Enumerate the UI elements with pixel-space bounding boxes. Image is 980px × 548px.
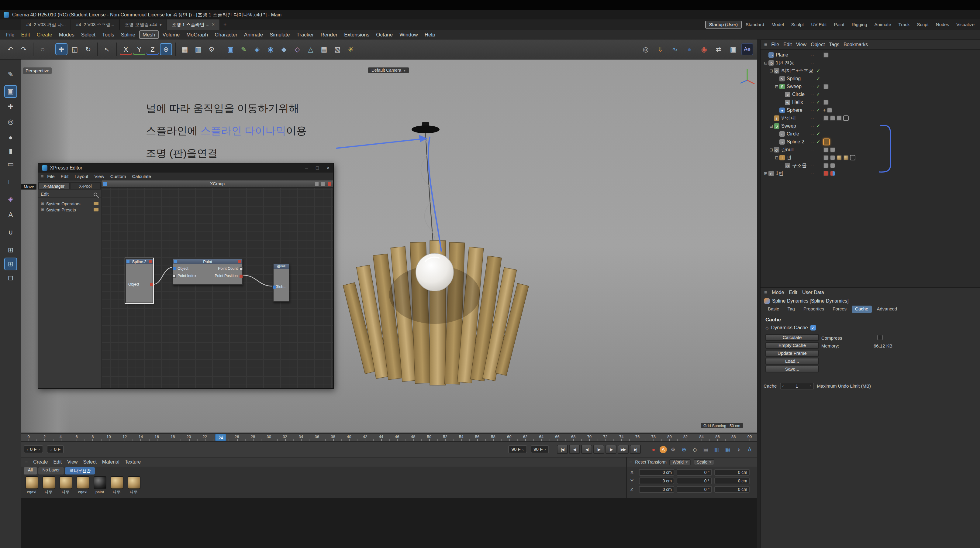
enabled-check[interactable]: ✓ — [816, 139, 821, 145]
plane-icon[interactable]: ▭ — [4, 158, 17, 171]
expand-icon[interactable]: ⊟ — [774, 155, 780, 160]
menu-spline[interactable]: Spline — [118, 31, 138, 38]
ring-select-icon[interactable]: ◎ — [4, 116, 17, 128]
layout-uv-edit[interactable]: UV Edit — [808, 21, 830, 28]
om-menu-edit[interactable]: Edit — [783, 42, 792, 48]
search-icon[interactable] — [94, 192, 97, 196]
visibility-dots[interactable]: ·· — [810, 61, 815, 65]
output-port-point-count[interactable] — [240, 267, 243, 270]
xpresso-tab-x-manager[interactable]: X-Manager — [38, 182, 70, 189]
rotation-field-y[interactable]: 0 ° — [677, 478, 712, 484]
workplane-icon[interactable]: ∟ — [4, 175, 17, 188]
current-frame-field[interactable]: ‹ 0 F › — [24, 445, 43, 453]
enabled-check[interactable]: ✓ — [816, 131, 821, 137]
display-mode-icon[interactable]: ▧ — [331, 43, 344, 55]
panel-menu-icon[interactable]: ≡ — [764, 289, 767, 295]
spline-pen-icon[interactable]: ✎ — [238, 43, 250, 55]
viewport-label[interactable]: Perspective — [23, 67, 52, 74]
visibility-dots[interactable]: ·· — [810, 148, 815, 152]
am-tab-basic[interactable]: Basic — [764, 306, 783, 313]
tag-gray-icon[interactable] — [829, 147, 835, 152]
position-field-x[interactable]: 0 cm — [639, 469, 674, 476]
deformer-icon[interactable]: ◇ — [291, 43, 303, 55]
layout-standard[interactable]: Standard — [743, 21, 767, 28]
layout-script[interactable]: Script — [914, 21, 932, 28]
menu-volume[interactable]: Volume — [159, 31, 183, 38]
prev-frame-button[interactable]: ◀ — [581, 445, 592, 454]
xpresso-menu-view[interactable]: View — [92, 173, 107, 179]
layer-item[interactable]: 벽나무선반 — [65, 467, 95, 475]
scale-icon[interactable]: ◱ — [69, 43, 81, 55]
last-tool-icon[interactable]: ↖ — [101, 43, 113, 55]
expand-icon[interactable]: ⊞ — [41, 207, 45, 212]
axis-y-button[interactable]: Y — [133, 43, 145, 55]
panel-menu-icon[interactable]: ≡ — [629, 459, 632, 465]
om-row-item[interactable]: i받침대·· — [760, 114, 980, 122]
xpresso-tree-system-presets[interactable]: ⊞System Presets — [38, 206, 101, 213]
bake-icon[interactable]: ⇩ — [654, 43, 666, 55]
panel-menu-icon[interactable]: ≡ — [41, 173, 43, 179]
expand-icon[interactable]: ⊞ — [41, 201, 45, 206]
goto-start-button[interactable]: |◀ — [557, 445, 568, 454]
live-selection-icon[interactable]: ◌ — [37, 43, 49, 55]
autokey-target-icon[interactable]: ⊕ — [679, 445, 689, 454]
record-icon[interactable]: ● — [649, 445, 659, 454]
layout-model[interactable]: Model — [768, 21, 787, 28]
visibility-dots[interactable]: ·· — [810, 156, 815, 160]
rotation-field-x[interactable]: 0 ° — [677, 469, 712, 476]
material-item[interactable]: 나무 — [58, 476, 73, 495]
keyframe-settings-icon[interactable]: ⚙ — [668, 445, 678, 454]
camera-icon[interactable]: ▤ — [318, 43, 330, 55]
visibility-dots[interactable]: ·· — [810, 69, 815, 73]
menu-character[interactable]: Character — [212, 31, 240, 38]
menu-create[interactable]: Create — [34, 31, 55, 38]
om-row-1[interactable]: ⊞◇1번·· — [760, 170, 980, 177]
xpresso-menu-edit[interactable]: Edit — [58, 173, 71, 179]
materials-menu-texture[interactable]: Texture — [125, 459, 141, 465]
scale-field-z[interactable]: 0 cm — [714, 486, 749, 493]
visibility-dots[interactable]: ·· — [810, 108, 815, 113]
doc-tab-4-2-v03[interactable]: #4_2 V03 스프링... — [71, 19, 120, 30]
stepper-left-icon[interactable]: ‹ — [782, 384, 784, 388]
goto-end-button[interactable]: ▶| — [630, 445, 641, 454]
am-button-empty-cache[interactable]: Empty Cache — [765, 342, 819, 349]
enabled-check[interactable]: ✓ — [816, 108, 821, 113]
om-menu-object[interactable]: Object — [811, 42, 825, 48]
cache-stepper[interactable]: ‹ 1 › — [780, 383, 814, 389]
move-icon[interactable]: ✚ — [55, 43, 67, 55]
axis-mode-icon[interactable]: A — [4, 208, 17, 221]
om-row-item[interactable]: ◇구조물·· — [760, 162, 980, 170]
camera-selector[interactable]: Default Camera ▾ — [368, 67, 409, 73]
simulate-toggle-icon[interactable]: ∿ — [669, 43, 681, 55]
om-row-helix[interactable]: ∿Helix··✓ — [760, 98, 980, 106]
doc-tab-1[interactable]: 조명 1 스플라인 ...× — [167, 19, 220, 30]
enabled-check[interactable]: ✓ — [816, 84, 821, 89]
layout-nodes[interactable]: Nodes — [933, 21, 952, 28]
scale-dropdown[interactable]: Scale▾ — [694, 459, 714, 465]
layer-all[interactable]: All — [24, 467, 37, 475]
material-ball-icon[interactable]: ◉ — [698, 43, 710, 55]
coord-system-icon[interactable]: ⊕ — [160, 43, 172, 55]
menu-modes[interactable]: Modes — [56, 31, 78, 38]
visibility-dots[interactable]: ·· — [810, 164, 815, 168]
material-preview[interactable] — [127, 476, 140, 489]
materials-menu-material[interactable]: Material — [102, 459, 119, 465]
playhead[interactable]: 24 — [215, 434, 226, 441]
am-tab-forces[interactable]: Forces — [829, 306, 850, 313]
mini-ruler-icon[interactable]: A — [745, 445, 754, 454]
visibility-dots[interactable]: ·· — [810, 132, 815, 136]
expand-icon[interactable]: ⊟ — [774, 84, 780, 89]
visibility-dots[interactable]: ·· — [810, 124, 815, 128]
menu-edit[interactable]: Edit — [18, 31, 33, 38]
tag-gray-icon[interactable] — [823, 84, 828, 89]
output-port-point-position[interactable] — [240, 275, 243, 278]
menu-extensions[interactable]: Extensions — [341, 31, 372, 38]
menu-window[interactable]: Window — [396, 31, 421, 38]
menu-help[interactable]: Help — [422, 31, 438, 38]
menu-simulate[interactable]: Simulate — [267, 31, 293, 38]
pen-icon[interactable]: ✎ — [4, 68, 17, 81]
am-tab-properties[interactable]: Properties — [800, 306, 828, 313]
reset-transform-button[interactable]: Reset Transform — [635, 460, 667, 464]
xpresso-menu-custom[interactable]: Custom — [108, 173, 129, 179]
model-mode-icon[interactable]: ▣ — [4, 85, 17, 98]
